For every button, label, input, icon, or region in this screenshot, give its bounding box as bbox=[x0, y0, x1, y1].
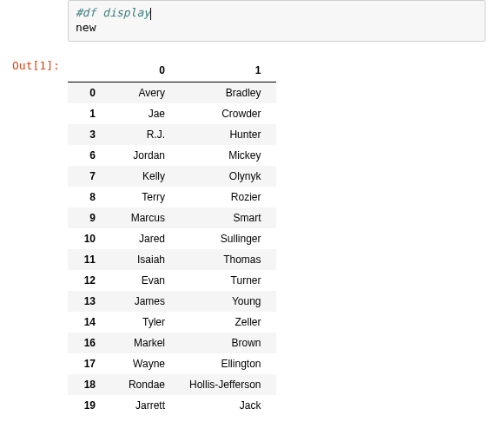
table-row: 11IsaiahThomas bbox=[68, 249, 276, 270]
cell: Ellington bbox=[181, 353, 276, 374]
table-row: 17WayneEllington bbox=[68, 353, 276, 374]
row-index: 8 bbox=[68, 187, 104, 208]
cell: Terry bbox=[104, 187, 181, 208]
cell: Rozier bbox=[181, 187, 276, 208]
cell: Brown bbox=[181, 333, 276, 353]
table-row: 19JarrettJack bbox=[68, 395, 276, 416]
row-index: 11 bbox=[68, 249, 104, 270]
cell: Hollis-Jefferson bbox=[181, 374, 276, 395]
cell: Jarrett bbox=[104, 395, 181, 416]
header-col-0: 0 bbox=[104, 59, 181, 82]
cell: Jack bbox=[181, 395, 276, 416]
cell: Sullinger bbox=[181, 228, 276, 249]
table-row: 18RondaeHollis-Jefferson bbox=[68, 374, 276, 395]
cell: Thomas bbox=[181, 249, 276, 270]
cell: Crowder bbox=[181, 103, 276, 124]
cell: James bbox=[104, 291, 181, 312]
text-cursor bbox=[150, 8, 151, 20]
cell: Young bbox=[181, 291, 276, 312]
cell: Jordan bbox=[104, 145, 181, 166]
cell: Isaiah bbox=[104, 249, 181, 270]
code-comment: #df display bbox=[76, 6, 150, 19]
table-row: 9MarcusSmart bbox=[68, 208, 276, 228]
row-index: 9 bbox=[68, 208, 104, 228]
row-index: 18 bbox=[68, 374, 104, 395]
table-row: 7KellyOlynyk bbox=[68, 166, 276, 187]
table-header-row: 0 1 bbox=[68, 59, 276, 82]
code-line-1: #df display bbox=[76, 6, 478, 21]
row-index: 12 bbox=[68, 270, 104, 291]
cell: Tyler bbox=[104, 312, 181, 333]
cell: Avery bbox=[104, 82, 181, 103]
table-row: 12EvanTurner bbox=[68, 270, 276, 291]
table-row: 13JamesYoung bbox=[68, 291, 276, 312]
table-row: 14TylerZeller bbox=[68, 312, 276, 333]
cell: Markel bbox=[104, 333, 181, 353]
table-row: 8TerryRozier bbox=[68, 187, 276, 208]
cell: Kelly bbox=[104, 166, 181, 187]
cell: Jae bbox=[104, 103, 181, 124]
cell: Wayne bbox=[104, 353, 181, 374]
cell: R.J. bbox=[104, 124, 181, 145]
table-row: 16MarkelBrown bbox=[68, 333, 276, 353]
dataframe-table: 0 1 0AveryBradley1JaeCrowder3R.J.Hunter6… bbox=[68, 59, 276, 416]
cell: Marcus bbox=[104, 208, 181, 228]
row-index: 10 bbox=[68, 228, 104, 249]
cell: Olynyk bbox=[181, 166, 276, 187]
cell: Evan bbox=[104, 270, 181, 291]
header-index bbox=[68, 59, 104, 82]
table-row: 0AveryBradley bbox=[68, 82, 276, 103]
row-index: 19 bbox=[68, 395, 104, 416]
row-index: 14 bbox=[68, 312, 104, 333]
code-cell[interactable]: #df display new bbox=[68, 0, 486, 42]
row-index: 7 bbox=[68, 166, 104, 187]
cell: Turner bbox=[181, 270, 276, 291]
table-row: 1JaeCrowder bbox=[68, 103, 276, 124]
row-index: 0 bbox=[68, 82, 104, 103]
cell: Zeller bbox=[181, 312, 276, 333]
row-index: 6 bbox=[68, 145, 104, 166]
cell: Mickey bbox=[181, 145, 276, 166]
table-row: 3R.J.Hunter bbox=[68, 124, 276, 145]
output-area: 0 1 0AveryBradley1JaeCrowder3R.J.Hunter6… bbox=[68, 59, 489, 416]
table-row: 10JaredSullinger bbox=[68, 228, 276, 249]
row-index: 3 bbox=[68, 124, 104, 145]
cell: Hunter bbox=[181, 124, 276, 145]
code-line-2: new bbox=[76, 21, 478, 36]
table-row: 6JordanMickey bbox=[68, 145, 276, 166]
cell: Bradley bbox=[181, 82, 276, 103]
header-col-1: 1 bbox=[181, 59, 276, 82]
cell: Rondae bbox=[104, 374, 181, 395]
row-index: 13 bbox=[68, 291, 104, 312]
cell: Smart bbox=[181, 208, 276, 228]
cell: Jared bbox=[104, 228, 181, 249]
row-index: 16 bbox=[68, 333, 104, 353]
row-index: 17 bbox=[68, 353, 104, 374]
output-prompt: Out[1]: bbox=[12, 59, 60, 72]
row-index: 1 bbox=[68, 103, 104, 124]
